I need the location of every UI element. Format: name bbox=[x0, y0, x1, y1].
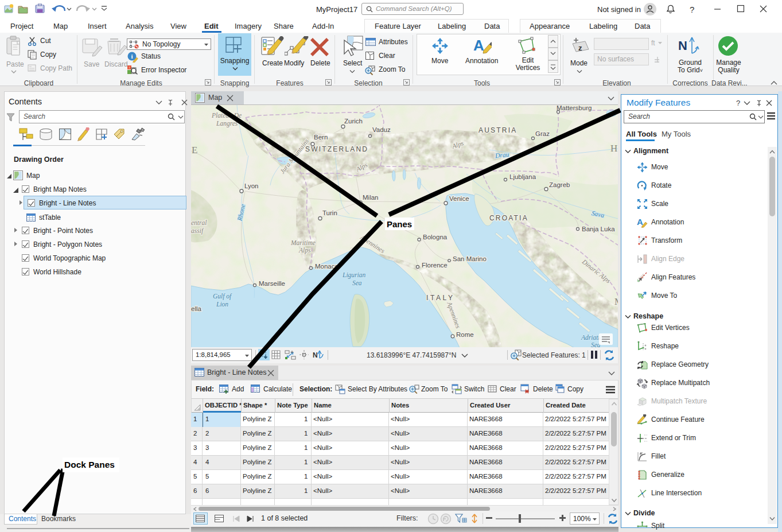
svg-text:ella: ella bbox=[191, 305, 202, 312]
svg-text:Bern: Bern bbox=[314, 134, 328, 141]
svg-text:Bologna: Bologna bbox=[423, 234, 448, 240]
svg-text:Plateau De: Plateau De bbox=[211, 112, 242, 119]
svg-text:CROATIA: CROATIA bbox=[489, 214, 528, 222]
svg-text:Mattersburg: Mattersburg bbox=[557, 105, 592, 111]
svg-text:?: ? bbox=[690, 5, 694, 14]
svg-text:Alps: Alps bbox=[298, 247, 311, 254]
svg-text:Rome: Rome bbox=[456, 331, 474, 338]
svg-text:Graz: Graz bbox=[535, 130, 550, 137]
svg-text:Maritime: Maritime bbox=[290, 239, 316, 246]
svg-text:San Marino: San Marino bbox=[453, 255, 487, 262]
svg-text:Lion: Lion bbox=[216, 301, 228, 308]
svg-text:AUSTRIA: AUSTRIA bbox=[478, 126, 517, 134]
svg-text:Zurich: Zurich bbox=[344, 118, 363, 125]
svg-text:A: A bbox=[473, 37, 484, 54]
svg-text:entral: entral bbox=[191, 219, 207, 226]
svg-text:E: E bbox=[192, 145, 197, 156]
svg-text:Ligurian: Ligurian bbox=[342, 271, 366, 279]
svg-text:Milan: Milan bbox=[363, 194, 378, 201]
svg-text:Sea: Sea bbox=[352, 279, 362, 286]
svg-text:Florence: Florence bbox=[422, 262, 448, 269]
svg-text:assif: assif bbox=[191, 227, 204, 235]
svg-text:Monaco: Monaco bbox=[315, 263, 339, 270]
svg-text:A: A bbox=[637, 217, 643, 227]
svg-text:Vaduz: Vaduz bbox=[372, 126, 391, 133]
svg-text:Lyon: Lyon bbox=[244, 182, 259, 189]
svg-text:Marseille: Marseille bbox=[259, 280, 285, 287]
svg-text:ITALY: ITALY bbox=[426, 294, 455, 302]
svg-text:Banja Luka: Banja Luka bbox=[582, 226, 615, 232]
svg-text:SWITZERLAND: SWITZERLAND bbox=[305, 145, 368, 153]
svg-text:?: ? bbox=[736, 99, 740, 107]
svg-text:Turin: Turin bbox=[322, 209, 337, 216]
svg-text:Gulf of: Gulf of bbox=[213, 293, 232, 300]
svg-text:M: M bbox=[614, 296, 618, 307]
svg-text:N: N bbox=[678, 38, 687, 53]
svg-text:Zagreb: Zagreb bbox=[549, 181, 570, 188]
svg-text:Langres: Langres bbox=[216, 120, 238, 127]
svg-text:z: z bbox=[578, 44, 582, 52]
svg-text:Venice: Venice bbox=[449, 195, 469, 202]
svg-text:i: i bbox=[131, 53, 133, 60]
svg-text:N: N bbox=[313, 351, 318, 359]
svg-text:Ljubljana: Ljubljana bbox=[509, 173, 536, 180]
svg-text:H: H bbox=[610, 143, 617, 154]
